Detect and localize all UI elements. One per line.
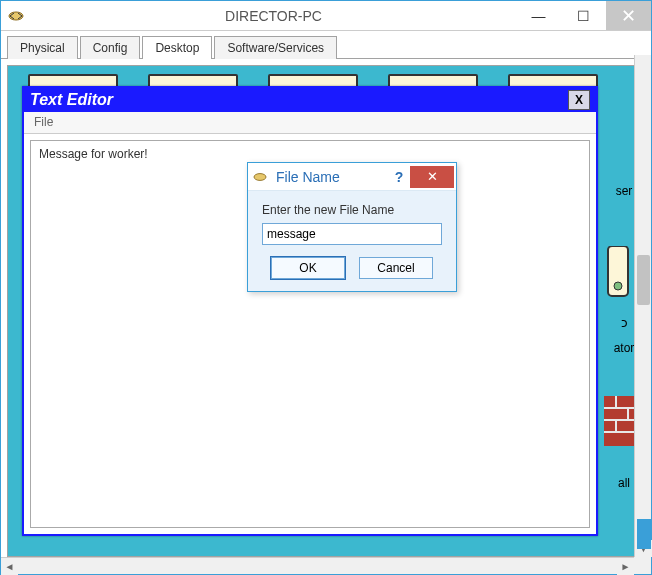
text-editor-title: Text Editor (30, 91, 113, 109)
close-icon: ✕ (427, 169, 438, 184)
file-name-dialog-title: File Name (272, 169, 388, 185)
svg-point-0 (9, 12, 23, 20)
text-editor-title-bar[interactable]: Text Editor X (24, 88, 596, 112)
app-title: DIRECTOR-PC (31, 8, 516, 24)
app-window: DIRECTOR-PC — ☐ ✕ Physical Config Deskto… (0, 0, 652, 575)
tab-config[interactable]: Config (80, 36, 141, 59)
close-button[interactable]: ✕ (606, 1, 651, 30)
minimize-button[interactable]: — (516, 1, 561, 30)
tabs: Physical Config Desktop Software/Service… (1, 31, 651, 59)
help-button[interactable]: ? (388, 169, 410, 185)
scrollbar-accent (637, 519, 651, 549)
scroll-left-button[interactable]: ◄ (1, 558, 18, 575)
svg-point-10 (254, 173, 266, 180)
tab-software-services[interactable]: Software/Services (214, 36, 337, 59)
scroll-right-button[interactable]: ► (617, 558, 634, 575)
vertical-scrollbar[interactable]: ▼ (634, 55, 651, 557)
partial-icon[interactable] (604, 246, 636, 306)
text-editor-menu: File (24, 112, 596, 134)
file-name-dialog: File Name ? ✕ Enter the new File Name OK… (247, 162, 457, 292)
text-editor-window: Text Editor X File Message for worker! (22, 86, 598, 536)
horizontal-scrollbar[interactable]: ◄ ► (1, 557, 634, 574)
desktop-pane: ser ɔ ator all Text Editor X File Messag… (7, 65, 645, 557)
menu-file[interactable]: File (34, 115, 53, 129)
file-name-input[interactable] (262, 223, 442, 245)
maximize-button[interactable]: ☐ (561, 1, 606, 30)
file-name-title-bar[interactable]: File Name ? ✕ (248, 163, 456, 191)
title-bar: DIRECTOR-PC — ☐ ✕ (1, 1, 651, 31)
tab-physical[interactable]: Physical (7, 36, 78, 59)
dialog-icon (248, 171, 272, 183)
app-icon (1, 9, 31, 23)
file-name-dialog-body: Enter the new File Name OK Cancel (248, 191, 456, 291)
ok-button[interactable]: OK (271, 257, 345, 279)
scrollbar-corner (634, 557, 651, 574)
text-editor-content: Message for worker! (39, 147, 148, 161)
cancel-button[interactable]: Cancel (359, 257, 433, 279)
text-editor-close-button[interactable]: X (568, 90, 590, 110)
file-name-prompt: Enter the new File Name (262, 203, 442, 217)
scrollbar-thumb[interactable] (637, 255, 650, 305)
tab-desktop[interactable]: Desktop (142, 36, 212, 59)
svg-point-9 (614, 282, 622, 290)
dialog-close-button[interactable]: ✕ (410, 166, 454, 188)
